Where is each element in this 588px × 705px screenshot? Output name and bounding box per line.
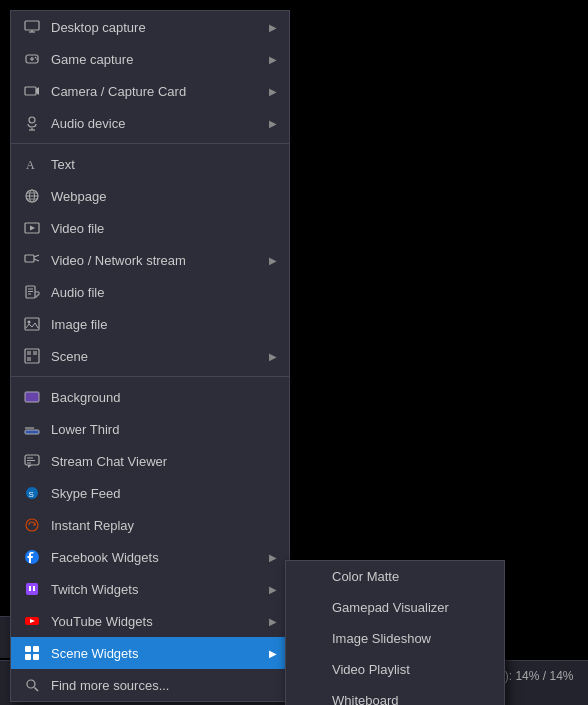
whiteboard-icon [300,694,314,706]
stream-chat-viewer-label: Stream Chat Viewer [51,454,277,469]
camera-capture-arrow: ▶ [269,86,277,97]
svg-rect-31 [27,351,31,355]
svg-text:S: S [29,490,34,499]
submenu-item-whiteboard[interactable]: Whiteboard [286,685,504,705]
svg-rect-46 [26,583,38,595]
menu-item-lower-third[interactable]: Lower Third [11,413,289,445]
desktop-capture-icon [23,18,41,36]
menu-item-facebook-widgets[interactable]: Facebook Widgets ▶ [11,541,289,573]
image-file-label: Image file [51,317,277,332]
whiteboard-label: Whiteboard [332,693,490,705]
camera-capture-icon [23,82,41,100]
youtube-widgets-icon [23,612,41,630]
svg-rect-33 [27,357,31,361]
context-menu: Desktop capture ▶ Game capture ▶ Camera … [10,10,290,702]
video-file-label: Video file [51,221,277,236]
submenu-item-image-slideshow[interactable]: Image Slideshow [286,623,504,654]
video-playlist-label: Video Playlist [332,662,490,677]
svg-point-7 [36,58,38,60]
menu-item-video-file[interactable]: Video file [11,212,289,244]
camera-capture-label: Camera / Capture Card [51,84,259,99]
menu-item-desktop-capture[interactable]: Desktop capture ▶ [11,11,289,43]
audio-device-arrow: ▶ [269,118,277,129]
youtube-widgets-label: YouTube Widgets [51,614,259,629]
svg-rect-21 [25,255,34,262]
svg-line-22 [34,255,39,257]
audio-file-label: Audio file [51,285,277,300]
video-network-stream-label: Video / Network stream [51,253,259,268]
svg-rect-48 [33,586,35,591]
skype-feed-label: Skype Feed [51,486,277,501]
svg-text:A: A [26,158,35,172]
svg-rect-0 [25,21,39,30]
menu-item-skype-feed[interactable]: S Skype Feed [11,477,289,509]
scene-label: Scene [51,349,259,364]
menu-item-find-more-sources[interactable]: Find more sources... [11,669,289,701]
svg-point-44 [26,519,38,531]
text-label: Text [51,157,277,172]
video-playlist-icon [300,663,314,677]
webpage-icon [23,187,41,205]
menu-item-audio-file[interactable]: Audio file [11,276,289,308]
menu-item-game-capture[interactable]: Game capture ▶ [11,43,289,75]
svg-rect-34 [25,392,39,402]
submenu-item-video-playlist[interactable]: Video Playlist [286,654,504,685]
menu-item-stream-chat-viewer[interactable]: Stream Chat Viewer [11,445,289,477]
color-matte-icon [300,570,314,584]
facebook-widgets-label: Facebook Widgets [51,550,259,565]
lower-third-label: Lower Third [51,422,277,437]
audio-device-label: Audio device [51,116,259,131]
desktop-capture-label: Desktop capture [51,20,259,35]
webpage-label: Webpage [51,189,277,204]
video-file-icon [23,219,41,237]
svg-point-29 [28,321,31,324]
twitch-widgets-arrow: ▶ [269,584,277,595]
svg-rect-8 [25,87,36,95]
svg-rect-35 [25,430,39,434]
menu-item-image-file[interactable]: Image file [11,308,289,340]
menu-item-audio-device[interactable]: Audio device ▶ [11,107,289,139]
menu-item-scene[interactable]: Scene ▶ [11,340,289,372]
instant-replay-label: Instant Replay [51,518,277,533]
menu-item-webpage[interactable]: Webpage [11,180,289,212]
scene-widgets-arrow: ▶ [269,648,277,659]
background-icon [23,388,41,406]
menu-item-instant-replay[interactable]: Instant Replay [11,509,289,541]
gamepad-visualizer-label: Gamepad Visualizer [332,600,490,615]
menu-item-background[interactable]: Background [11,381,289,413]
audio-file-icon [23,283,41,301]
svg-rect-32 [33,351,37,355]
twitch-widgets-label: Twitch Widgets [51,582,259,597]
svg-point-51 [27,680,35,688]
background-label: Background [51,390,277,405]
submenu-item-color-matte[interactable]: Color Matte [286,561,504,592]
find-more-sources-icon [23,676,41,694]
menu-item-scene-widgets[interactable]: Scene Widgets ▶ [11,637,289,669]
game-capture-icon [23,50,41,68]
game-capture-arrow: ▶ [269,54,277,65]
youtube-widgets-arrow: ▶ [269,616,277,627]
find-more-sources-label: Find more sources... [51,678,277,693]
text-icon: A [23,155,41,173]
image-slideshow-label: Image Slideshow [332,631,490,646]
desktop-capture-arrow: ▶ [269,22,277,33]
menu-item-camera-capture[interactable]: Camera / Capture Card ▶ [11,75,289,107]
menu-item-text[interactable]: A Text [11,148,289,180]
scene-widgets-icon [23,644,41,662]
game-capture-label: Game capture [51,52,259,67]
scene-widgets-grid-icon [25,646,39,660]
facebook-widgets-arrow: ▶ [269,552,277,563]
separator-2 [11,376,289,377]
video-network-stream-arrow: ▶ [269,255,277,266]
instant-replay-icon [23,516,41,534]
svg-rect-28 [25,318,39,330]
submenu-item-gamepad-visualizer[interactable]: Gamepad Visualizer [286,592,504,623]
svg-line-23 [34,259,39,261]
stream-chat-viewer-icon [23,452,41,470]
image-file-icon [23,315,41,333]
menu-item-youtube-widgets[interactable]: YouTube Widgets ▶ [11,605,289,637]
menu-item-twitch-widgets[interactable]: Twitch Widgets ▶ [11,573,289,605]
scene-arrow: ▶ [269,351,277,362]
separator-1 [11,143,289,144]
menu-item-video-network-stream[interactable]: Video / Network stream ▶ [11,244,289,276]
